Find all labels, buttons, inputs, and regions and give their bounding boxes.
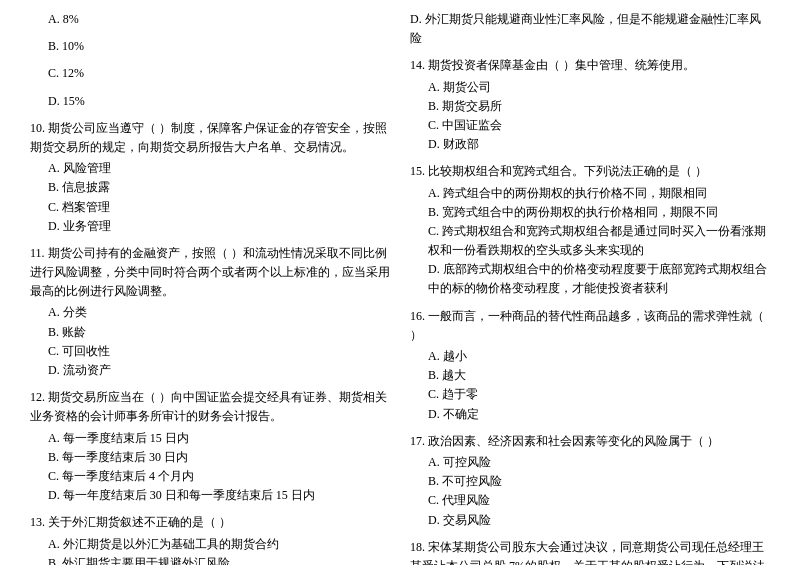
q15-option-d: D. 底部跨式期权组合中的价格变动程度要于底部宽跨式期权组合中的标的物价格变动程… <box>410 260 770 298</box>
question-14-text: 14. 期货投资者保障基金由（ ）集中管理、统筹使用。 <box>410 56 770 75</box>
q16-option-a: A. 越小 <box>410 347 770 366</box>
question-11-text: 11. 期货公司持有的金融资产，按照（ ）和流动性情况采取不同比例进行风险调整，… <box>30 244 390 302</box>
question-17-text: 17. 政治因素、经济因素和社会因素等变化的风险属于（ ） <box>410 432 770 451</box>
question-17: 17. 政治因素、经济因素和社会因素等变化的风险属于（ ） A. 可控风险 B.… <box>410 432 770 530</box>
question-13-text: 13. 关于外汇期货叙述不正确的是（ ） <box>30 513 390 532</box>
option-d-15: D. 15% <box>30 92 390 111</box>
q17-option-d: D. 交易风险 <box>410 511 770 530</box>
question-10-text: 10. 期货公司应当遵守（ ）制度，保障客户保证金的存管安全，按照期货交易所的规… <box>30 119 390 157</box>
q12-option-d: D. 每一年度结束后 30 日和每一季度结束后 15 日内 <box>30 486 390 505</box>
q10-option-d: D. 业务管理 <box>30 217 390 236</box>
q16-option-c: C. 趋于零 <box>410 385 770 404</box>
q14-option-a: A. 期货公司 <box>410 78 770 97</box>
option-a-8: A. 8% <box>30 10 390 29</box>
option-text: C. 12% <box>30 64 390 83</box>
q13-option-b: B. 外汇期货主要用于规避外汇风险 <box>30 554 390 565</box>
q10-option-a: A. 风险管理 <box>30 159 390 178</box>
q10-option-b: B. 信息披露 <box>30 178 390 197</box>
q16-option-d: D. 不确定 <box>410 405 770 424</box>
right-column: D. 外汇期货只能规避商业性汇率风险，但是不能规避金融性汇率风险 14. 期货投… <box>410 10 770 565</box>
q12-option-a: A. 每一季度结束后 15 日内 <box>30 429 390 448</box>
option-text: D. 15% <box>30 92 390 111</box>
q17-option-b: B. 不可控风险 <box>410 472 770 491</box>
option-text: A. 8% <box>30 10 390 29</box>
question-16-text: 16. 一般而言，一种商品的替代性商品越多，该商品的需求弹性就（ ） <box>410 307 770 345</box>
page: A. 8% B. 10% C. 12% D. 15% 10. 期货公司应当遵守（… <box>30 10 770 565</box>
q15-option-a: A. 跨式组合中的两份期权的执行价格不同，期限相同 <box>410 184 770 203</box>
q17-option-a: A. 可控风险 <box>410 453 770 472</box>
q11-option-d: D. 流动资产 <box>30 361 390 380</box>
question-15-text: 15. 比较期权组合和宽跨式组合。下列说法正确的是（ ） <box>410 162 770 181</box>
q14-option-c: C. 中国证监会 <box>410 116 770 135</box>
option-text: B. 10% <box>30 37 390 56</box>
question-11: 11. 期货公司持有的金融资产，按照（ ）和流动性情况采取不同比例进行风险调整，… <box>30 244 390 380</box>
content-columns: A. 8% B. 10% C. 12% D. 15% 10. 期货公司应当遵守（… <box>30 10 770 565</box>
q14-option-b: B. 期货交易所 <box>410 97 770 116</box>
q14-option-d: D. 财政部 <box>410 135 770 154</box>
q15-option-c: C. 跨式期权组合和宽跨式期权组合都是通过同时买入一份看涨期权和一份看跌期权的空… <box>410 222 770 260</box>
q17-option-c: C. 代理风险 <box>410 491 770 510</box>
question-12: 12. 期货交易所应当在（ ）向中国证监会提交经具有证券、期货相关业务资格的会计… <box>30 388 390 505</box>
q12-option-b: B. 每一季度结束后 30 日内 <box>30 448 390 467</box>
q11-option-a: A. 分类 <box>30 303 390 322</box>
question-10: 10. 期货公司应当遵守（ ）制度，保障客户保证金的存管安全，按照期货交易所的规… <box>30 119 390 236</box>
left-column: A. 8% B. 10% C. 12% D. 15% 10. 期货公司应当遵守（… <box>30 10 390 565</box>
q13-option-a: A. 外汇期货是以外汇为基础工具的期货合约 <box>30 535 390 554</box>
question-16: 16. 一般而言，一种商品的替代性商品越多，该商品的需求弹性就（ ） A. 越小… <box>410 307 770 424</box>
q12-option-c: C. 每一季度结束后 4 个月内 <box>30 467 390 486</box>
q11-option-b: B. 账龄 <box>30 323 390 342</box>
option-d-right-text: D. 外汇期货只能规避商业性汇率风险，但是不能规避金融性汇率风险 <box>410 10 770 48</box>
q15-option-b: B. 宽跨式组合中的两份期权的执行价格相同，期限不同 <box>410 203 770 222</box>
option-d-right: D. 外汇期货只能规避商业性汇率风险，但是不能规避金融性汇率风险 <box>410 10 770 48</box>
question-18-text: 18. 宋体某期货公司股东大会通过决议，同意期货公司现任总经理王某受让本公司总股… <box>410 538 770 565</box>
q11-option-c: C. 可回收性 <box>30 342 390 361</box>
option-c-12: C. 12% <box>30 64 390 83</box>
question-12-text: 12. 期货交易所应当在（ ）向中国证监会提交经具有证券、期货相关业务资格的会计… <box>30 388 390 426</box>
q16-option-b: B. 越大 <box>410 366 770 385</box>
question-14: 14. 期货投资者保障基金由（ ）集中管理、统筹使用。 A. 期货公司 B. 期… <box>410 56 770 154</box>
option-b-10: B. 10% <box>30 37 390 56</box>
question-15: 15. 比较期权组合和宽跨式组合。下列说法正确的是（ ） A. 跨式组合中的两份… <box>410 162 770 298</box>
question-18: 18. 宋体某期货公司股东大会通过决议，同意期货公司现任总经理王某受让本公司总股… <box>410 538 770 565</box>
question-13: 13. 关于外汇期货叙述不正确的是（ ） A. 外汇期货是以外汇为基础工具的期货… <box>30 513 390 565</box>
q10-option-c: C. 档案管理 <box>30 198 390 217</box>
